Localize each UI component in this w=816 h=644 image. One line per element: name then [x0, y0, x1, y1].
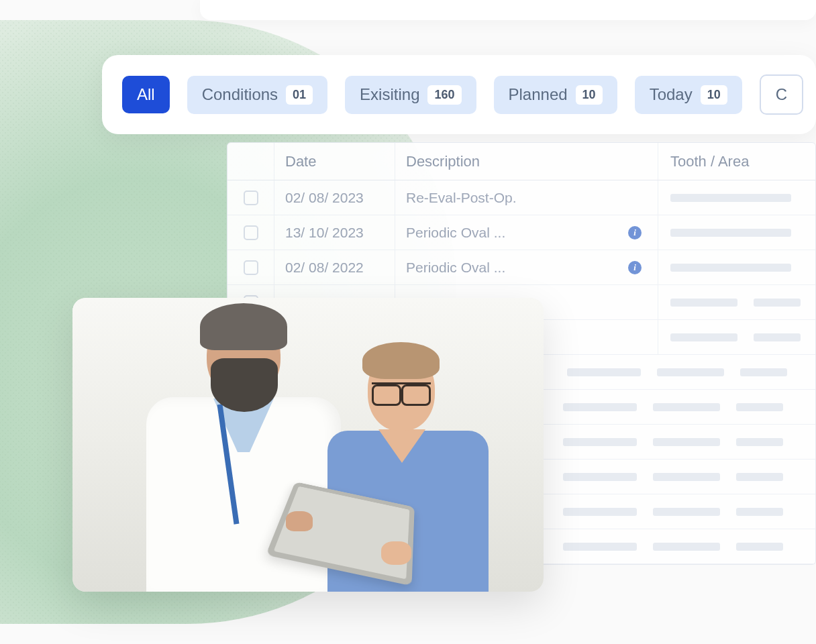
- header-tooth-area: Tooth / Area: [658, 153, 815, 170]
- tab-label: C: [776, 85, 787, 104]
- placeholder-bar: [657, 368, 724, 376]
- tab-label: Exisiting: [360, 85, 419, 104]
- tab-planned[interactable]: Planned 10: [494, 76, 617, 114]
- tab-count-badge: 10: [576, 85, 603, 105]
- tab-count-badge: 10: [701, 85, 727, 105]
- placeholder-bar: [736, 543, 783, 551]
- tab-today[interactable]: Today 10: [635, 76, 742, 114]
- cell-date: 13/ 10/ 2023: [274, 215, 395, 250]
- placeholder-bar: [563, 473, 637, 481]
- tab-count-badge: 01: [286, 85, 313, 105]
- tab-count-badge: 160: [427, 85, 461, 105]
- row-checkbox[interactable]: [244, 260, 258, 275]
- tab-label: All: [137, 85, 155, 104]
- placeholder-bar: [563, 508, 637, 516]
- placeholder-bar: [653, 473, 720, 481]
- tab-overflow[interactable]: C: [760, 74, 803, 115]
- placeholder-bar: [754, 299, 801, 307]
- placeholder-bar: [670, 229, 791, 237]
- photo-doctor-nurse-tablet: [72, 298, 544, 592]
- placeholder-bar: [736, 403, 783, 411]
- cell-description: Periodic Oval ...: [406, 260, 505, 276]
- filter-tabs-panel: All Conditions 01 Exisiting 160 Planned …: [102, 55, 816, 134]
- placeholder-bar: [567, 368, 641, 376]
- header-description: Description: [395, 143, 658, 180]
- placeholder-bar: [653, 508, 720, 516]
- placeholder-bar: [563, 438, 637, 446]
- header-checkbox-col: [227, 143, 274, 180]
- tab-all[interactable]: All: [122, 76, 170, 113]
- cell-description: Periodic Oval ...: [406, 225, 505, 241]
- placeholder-bar: [736, 438, 783, 446]
- placeholder-bar: [670, 299, 737, 307]
- cell-date: 02/ 08/ 2022: [274, 250, 395, 284]
- info-icon[interactable]: i: [628, 226, 642, 239]
- top-panel-edge: [200, 0, 816, 20]
- placeholder-bar: [736, 508, 783, 516]
- tab-label: Today: [650, 85, 693, 104]
- placeholder-bar: [670, 194, 791, 202]
- tab-label: Planned: [509, 85, 568, 104]
- placeholder-bar: [563, 543, 637, 551]
- row-checkbox[interactable]: [244, 225, 258, 240]
- table-row[interactable]: 02/ 08/ 2022 Periodic Oval ... i: [227, 250, 815, 285]
- cell-description: Re-Eval-Post-Op.: [406, 190, 517, 206]
- placeholder-bar: [653, 438, 720, 446]
- placeholder-bar: [736, 473, 783, 481]
- tab-label: Conditions: [202, 85, 278, 104]
- placeholder-bar: [653, 403, 720, 411]
- row-checkbox[interactable]: [244, 191, 258, 205]
- placeholder-bar: [670, 264, 791, 272]
- cell-date: 02/ 08/ 2023: [274, 180, 395, 215]
- table-row[interactable]: 02/ 08/ 2023 Re-Eval-Post-Op.: [227, 180, 815, 215]
- tab-conditions[interactable]: Conditions 01: [187, 76, 327, 114]
- placeholder-bar: [670, 333, 737, 341]
- info-icon[interactable]: i: [628, 261, 642, 274]
- placeholder-bar: [563, 403, 637, 411]
- table-header-row: Date Description Tooth / Area: [227, 143, 815, 180]
- table-row[interactable]: 13/ 10/ 2023 Periodic Oval ... i: [227, 215, 815, 250]
- tab-existing[interactable]: Exisiting 160: [345, 76, 476, 114]
- header-date: Date: [274, 143, 395, 180]
- placeholder-bar: [740, 368, 787, 376]
- placeholder-bar: [653, 543, 720, 551]
- placeholder-bar: [754, 333, 801, 341]
